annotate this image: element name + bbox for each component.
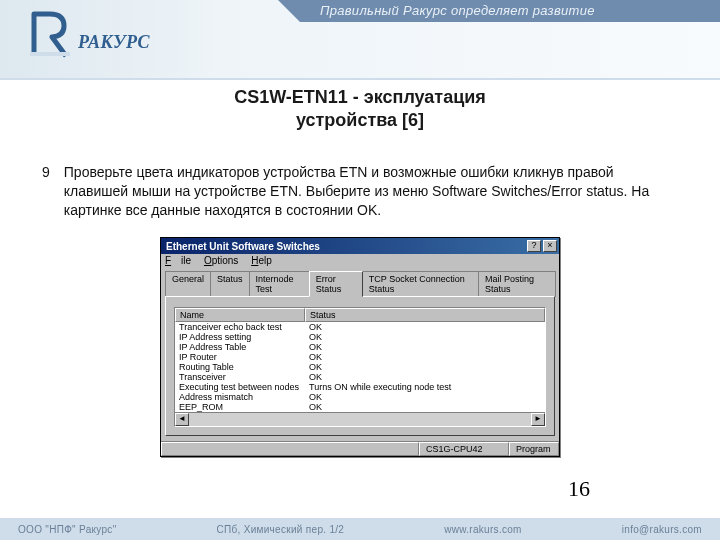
scroll-track[interactable]: [189, 413, 531, 426]
cell-name: Executing test between nodes: [175, 382, 305, 392]
cell-status: OK: [305, 352, 545, 362]
tab-error-status[interactable]: Error Status: [309, 271, 363, 297]
list-item[interactable]: IP Address TableOK: [175, 342, 545, 352]
step-number: 9: [42, 163, 50, 220]
statusbar-mode: Program: [509, 442, 559, 456]
cell-name: IP Router: [175, 352, 305, 362]
list-item[interactable]: EEP_ROMOK: [175, 402, 545, 412]
scroll-right-icon[interactable]: ►: [531, 413, 545, 426]
svg-rect-0: [30, 52, 70, 56]
slide-footer: ООО "НПФ" Ракурс" СПб, Химический пер. 1…: [0, 518, 720, 540]
cell-name: Tranceiver echo back test: [175, 322, 305, 332]
banner-divider: [0, 78, 720, 80]
list-item[interactable]: Executing test between nodesTurns ON whi…: [175, 382, 545, 392]
cell-name: Address mismatch: [175, 392, 305, 402]
footer-company: ООО "НПФ" Ракурс": [18, 524, 117, 535]
title-line-1: CS1W-ETN11 - эксплуатация: [0, 86, 720, 109]
footer-address: СПб, Химический пер. 1/2: [217, 524, 345, 535]
cell-status: Turns ON while executing node test: [305, 382, 545, 392]
logo-icon: [30, 10, 70, 62]
footer-email: info@rakurs.com: [622, 524, 702, 535]
menu-help[interactable]: Help: [251, 255, 272, 266]
list-item[interactable]: Address mismatchOK: [175, 392, 545, 402]
tab-page-error-status: Name Status Tranceiver echo back testOKI…: [165, 296, 555, 436]
logo-text: РАКУРС: [78, 32, 150, 53]
dialog-window: Ethernet Unit Software Switches ? × File…: [160, 237, 560, 457]
list-item[interactable]: IP Address settingOK: [175, 332, 545, 342]
horizontal-scrollbar[interactable]: ◄ ►: [175, 412, 545, 426]
step-description: Проверьте цвета индикаторов устройства E…: [64, 163, 678, 220]
list-item[interactable]: TransceiverOK: [175, 372, 545, 382]
cell-status: OK: [305, 402, 545, 412]
cell-status: OK: [305, 342, 545, 352]
cell-status: OK: [305, 392, 545, 402]
column-status[interactable]: Status: [305, 308, 545, 322]
list-item[interactable]: Routing TableOK: [175, 362, 545, 372]
scroll-left-icon[interactable]: ◄: [175, 413, 189, 426]
tab-general[interactable]: General: [165, 271, 211, 297]
list-header: Name Status: [175, 308, 545, 322]
statusbar-spacer: [161, 442, 419, 456]
step-block: 9 Проверьте цвета индикаторов устройства…: [42, 163, 678, 220]
menu-options[interactable]: Options: [204, 255, 238, 266]
cell-name: IP Address setting: [175, 332, 305, 342]
dialog-tabs: GeneralStatusInternode TestError StatusT…: [165, 271, 555, 297]
cell-status: OK: [305, 362, 545, 372]
cell-name: EEP_ROM: [175, 402, 305, 412]
menu-file[interactable]: File: [165, 255, 191, 266]
dialog-title: Ethernet Unit Software Switches: [163, 241, 525, 252]
list-item[interactable]: Tranceiver echo back testOK: [175, 322, 545, 332]
cell-status: OK: [305, 332, 545, 342]
column-name[interactable]: Name: [175, 308, 305, 322]
statusbar-cpu: CS1G-CPU42: [419, 442, 509, 456]
error-status-list: Name Status Tranceiver echo back testOKI…: [174, 307, 546, 427]
dialog-statusbar: CS1G-CPU42 Program: [161, 441, 559, 456]
tab-mail-posting-status[interactable]: Mail Posting Status: [478, 271, 556, 297]
slide-banner: Правильный Ракурс определяет развитие РА…: [0, 0, 720, 80]
page-number: 16: [568, 476, 590, 502]
slide-title: CS1W-ETN11 - эксплуатация устройства [6]: [0, 86, 720, 133]
cell-name: IP Address Table: [175, 342, 305, 352]
cell-name: Transceiver: [175, 372, 305, 382]
logo-block: РАКУРС: [30, 10, 150, 62]
list-item[interactable]: IP RouterOK: [175, 352, 545, 362]
help-icon[interactable]: ?: [527, 240, 541, 252]
tab-status[interactable]: Status: [210, 271, 250, 297]
tab-tcp-socket-connection-status[interactable]: TCP Socket Connection Status: [362, 271, 479, 297]
cell-name: Routing Table: [175, 362, 305, 372]
cell-status: OK: [305, 372, 545, 382]
list-rows: Tranceiver echo back testOKIP Address se…: [175, 322, 545, 412]
title-line-2: устройства [6]: [0, 109, 720, 132]
cell-status: OK: [305, 322, 545, 332]
tab-internode-test[interactable]: Internode Test: [249, 271, 310, 297]
footer-site: www.rakurs.com: [444, 524, 522, 535]
close-icon[interactable]: ×: [543, 240, 557, 252]
dialog-screenshot: Ethernet Unit Software Switches ? × File…: [160, 237, 560, 457]
dialog-titlebar: Ethernet Unit Software Switches ? ×: [161, 238, 559, 254]
banner-slogan: Правильный Ракурс определяет развитие: [300, 0, 720, 22]
dialog-menubar: File Options Help: [161, 254, 559, 267]
